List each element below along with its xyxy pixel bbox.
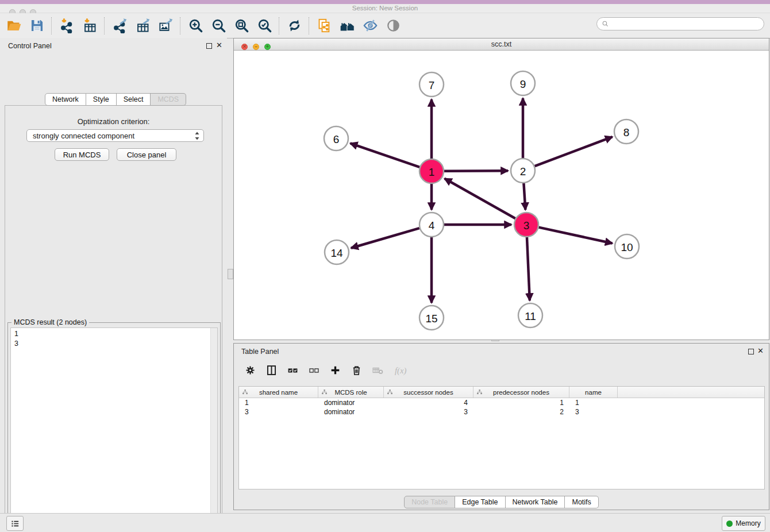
search-input[interactable] <box>612 20 759 29</box>
mcds-result-list[interactable]: 1 3 <box>10 327 218 532</box>
graph-edge-1-6[interactable] <box>351 143 420 167</box>
refresh-view-button[interactable] <box>283 16 306 36</box>
deselect-all-button[interactable] <box>308 364 320 379</box>
mcds-result-text: 1 3 <box>14 329 18 349</box>
export-table-icon <box>135 18 151 33</box>
graph-node-11[interactable]: 11 <box>518 303 542 327</box>
table-settings-button[interactable] <box>244 364 256 379</box>
table-tab-node-table[interactable]: Node Table <box>404 496 455 508</box>
sitemap-icon <box>242 389 248 395</box>
graph-node-15[interactable]: 15 <box>419 306 444 330</box>
close-panel-button[interactable]: Close panel <box>117 148 176 161</box>
zoom-in-button[interactable] <box>184 16 207 36</box>
save-session-button[interactable] <box>25 16 48 36</box>
table-tab-motifs[interactable]: Motifs <box>565 496 598 508</box>
desktop-background-strip <box>0 0 770 4</box>
hide-panels-button[interactable] <box>359 16 382 36</box>
tab-network[interactable]: Network <box>45 93 86 106</box>
table-tab-edge-table[interactable]: Edge Table <box>455 496 505 508</box>
zoom-out-icon <box>211 18 226 33</box>
duplicate-network-button[interactable] <box>313 16 336 36</box>
table-panel-float-icon[interactable] <box>748 349 754 354</box>
delete-column-button[interactable] <box>351 364 363 379</box>
run-mcds-button[interactable]: Run MCDS <box>55 148 109 161</box>
criterion-dropdown-value: strongly connected component <box>33 132 134 140</box>
graph-node-label: 11 <box>525 310 536 322</box>
tab-mcds[interactable]: MCDS <box>151 93 186 106</box>
graph-edge-3-10[interactable] <box>538 228 612 244</box>
delete-table-button <box>372 364 384 379</box>
column-header-shared-name[interactable]: shared name <box>239 387 318 398</box>
graph-node-label: 14 <box>330 247 343 259</box>
show-column-selector-button[interactable] <box>265 364 278 379</box>
result-scrollbar[interactable] <box>210 328 217 532</box>
export-table-button[interactable] <box>131 16 154 36</box>
table-toolbar: f(x) <box>244 363 411 379</box>
graph-node-3[interactable]: 3 <box>514 213 538 237</box>
control-panel-close-icon[interactable]: ✕ <box>216 43 222 48</box>
task-history-button[interactable] <box>6 516 24 531</box>
table-cell: dominator <box>318 407 384 417</box>
table-cell: 3 <box>384 407 473 417</box>
graph-node-label: 10 <box>621 241 633 253</box>
export-image-icon <box>158 18 174 33</box>
dropdown-stepper-icon <box>194 131 201 141</box>
control-panel-float-icon[interactable] <box>206 43 212 49</box>
toolbar-separator <box>180 17 181 34</box>
table-tab-network-table[interactable]: Network Table <box>506 496 565 508</box>
tab-select[interactable]: Select <box>117 93 151 106</box>
folder-open-icon <box>6 18 22 33</box>
graph-node-2[interactable]: 2 <box>511 159 535 183</box>
column-header-successor-nodes[interactable]: successor nodes <box>384 387 473 398</box>
zoom-out-button[interactable] <box>207 16 230 36</box>
graph-node-7[interactable]: 7 <box>419 72 444 97</box>
graph-node-8[interactable]: 8 <box>614 119 638 144</box>
memory-button[interactable]: Memory <box>722 516 765 531</box>
vertical-splitter-grip[interactable] <box>228 269 233 279</box>
control-panel-title: Control Panel <box>8 42 52 50</box>
tab-style[interactable]: Style <box>86 93 117 106</box>
import-table-button[interactable] <box>78 16 101 36</box>
network-canvas[interactable]: 1234678910111415 <box>234 51 769 340</box>
graph-node-10[interactable]: 10 <box>615 234 639 259</box>
graph-node-6[interactable]: 6 <box>324 126 348 151</box>
main-titlebar: Session: New Session <box>0 4 770 13</box>
import-network-button[interactable] <box>55 16 78 36</box>
export-image-button[interactable] <box>154 16 177 36</box>
open-session-button[interactable] <box>2 16 25 36</box>
graph-node-14[interactable]: 14 <box>325 240 349 264</box>
show-view-button[interactable] <box>382 16 405 36</box>
mcds-result-title: MCDS result (2 nodes) <box>11 318 89 326</box>
criterion-dropdown[interactable]: strongly connected component <box>26 129 204 142</box>
select-all-button[interactable] <box>287 364 299 379</box>
column-header-label: successor nodes <box>403 389 453 396</box>
zoom-selected-button[interactable] <box>253 16 276 36</box>
column-header-name[interactable]: name <box>569 387 618 398</box>
table-row[interactable]: 1dominator411 <box>239 398 764 407</box>
graph-node-label: 8 <box>623 126 630 138</box>
table-row[interactable]: 3dominator323 <box>239 407 764 417</box>
graph-edge-3-11[interactable] <box>527 237 530 300</box>
column-header-mcds-role[interactable]: MCDS role <box>318 387 384 398</box>
home-button[interactable] <box>336 16 359 36</box>
graph-node-9[interactable]: 9 <box>511 71 535 95</box>
export-network-button[interactable] <box>108 16 131 36</box>
columns-icon <box>265 364 278 376</box>
graph-node-1[interactable]: 1 <box>419 159 444 183</box>
import-network-icon <box>59 18 75 33</box>
graph-edge-2-8[interactable] <box>535 137 613 166</box>
graph-edge-3-1[interactable] <box>445 179 515 218</box>
graph-node-label: 6 <box>333 133 340 145</box>
search-field[interactable] <box>596 17 764 30</box>
graph-edge-4-14[interactable] <box>351 228 419 248</box>
add-column-button[interactable] <box>329 364 341 379</box>
graph-edge-2-3[interactable] <box>523 183 525 210</box>
graph-edge-1-2[interactable] <box>444 171 508 171</box>
svg-text:f(x): f(x) <box>395 365 407 375</box>
zoom-fit-button[interactable] <box>230 16 253 36</box>
memory-status-dot <box>726 521 733 527</box>
gear-icon <box>244 364 256 376</box>
table-panel-close-icon[interactable]: ✕ <box>757 348 764 354</box>
column-header-predecessor-nodes[interactable]: predecessor nodes <box>473 387 569 398</box>
graph-node-4[interactable]: 4 <box>419 213 444 237</box>
